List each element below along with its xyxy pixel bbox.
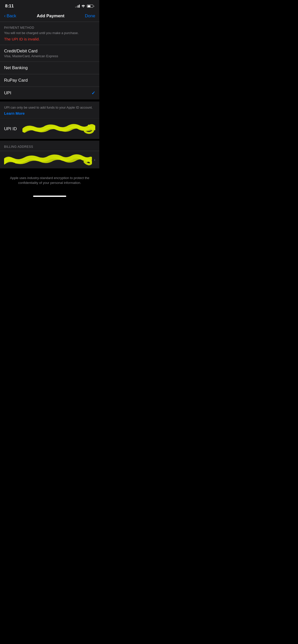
upi-info-block: UPI can only be used to add funds to you… [0,101,99,119]
upi-id-redacted-area [22,123,95,135]
payment-option-rupay[interactable]: RuPay Card [0,74,99,87]
upi-error-message: The UPI ID is invalid. [4,37,95,41]
upi-id-section: UPI ID [0,120,99,138]
page-title: Add Payment [37,13,64,19]
payment-method-subtext: You will not be charged until you make a… [4,31,95,35]
upi-id-label: UPI ID [4,126,19,131]
net-banking-title: Net Banking [4,65,28,70]
credit-debit-title: Credit/Debit Card [4,49,58,54]
payment-option-net-banking[interactable]: Net Banking [0,62,99,74]
upi-id-scribble [22,123,95,135]
payment-option-upi[interactable]: UPI ✓ [0,87,99,99]
home-indicator [0,191,99,199]
wifi-icon [81,4,85,8]
billing-address-redacted [4,154,92,165]
battery-icon [87,5,94,8]
payment-method-label: PAYMENT METHOD [4,26,95,30]
payment-option-credit-debit[interactable]: Credit/Debit Card Visa, MasterCard, Amer… [0,45,99,62]
credit-debit-subtitle: Visa, MasterCard, American Express [4,54,58,58]
status-bar: 8:11 [0,0,99,11]
billing-address-row[interactable]: › [0,151,99,168]
section-divider-2 [0,119,99,119]
home-bar [33,196,66,197]
upi-id-row[interactable]: UPI ID [0,120,99,138]
upi-title: UPI [4,91,11,96]
learn-more-link[interactable]: Learn More [4,111,95,115]
nav-bar: ‹ Back Add Payment Done [0,11,99,22]
billing-scribble [4,154,92,165]
billing-address-label: BILLING ADDRESS [4,145,33,149]
payment-method-header: PAYMENT METHOD You will not be charged u… [0,22,99,45]
rupay-title: RuPay Card [4,78,28,83]
billing-address-section: BILLING ADDRESS › [0,141,99,168]
footer-text: Apple uses industry-standard encryption … [0,170,99,191]
section-divider-3 [0,138,99,139]
signal-icon [75,5,80,8]
payment-options-list: Credit/Debit Card Visa, MasterCard, Amer… [0,45,99,99]
back-label: Back [7,13,16,19]
status-time: 8:11 [5,4,14,9]
upi-checkmark-icon: ✓ [91,90,95,96]
done-button[interactable]: Done [85,13,95,19]
status-icons [75,4,94,8]
upi-info-text: UPI can only be used to add funds to you… [4,106,93,109]
billing-chevron-icon: › [94,158,95,162]
back-chevron-icon: ‹ [4,13,6,19]
billing-address-header: BILLING ADDRESS [0,141,99,151]
footer-encryption-text: Apple uses industry-standard encryption … [10,176,89,185]
back-button[interactable]: ‹ Back [4,13,16,19]
